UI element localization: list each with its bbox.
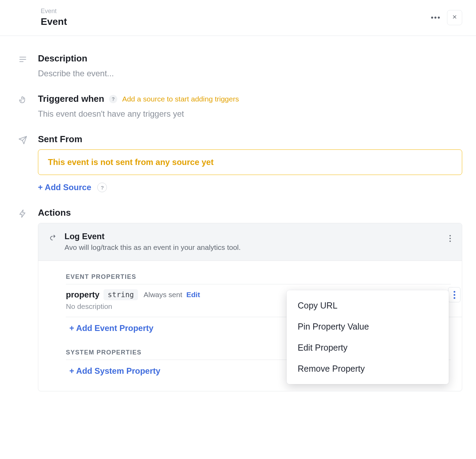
help-icon[interactable]: ? bbox=[97, 183, 107, 192]
property-type-badge: string bbox=[103, 289, 138, 300]
description-section: Description bbox=[17, 53, 462, 78]
add-source-button[interactable]: + Add Source bbox=[38, 183, 91, 192]
send-icon bbox=[17, 135, 28, 146]
menu-item-pin-property-value[interactable]: Pin Property Value bbox=[287, 316, 449, 337]
sent-from-heading: Sent From bbox=[38, 134, 462, 145]
action-description: Avo will log/track this as an event in y… bbox=[65, 243, 241, 252]
more-vertical-icon bbox=[454, 291, 455, 299]
help-icon[interactable]: ? bbox=[109, 95, 117, 103]
add-source-hint-link[interactable]: Add a source to start adding triggers bbox=[122, 95, 239, 103]
property-more-button[interactable] bbox=[448, 287, 460, 302]
add-event-property-button[interactable]: + Add Event Property bbox=[66, 317, 153, 340]
bolt-icon bbox=[17, 208, 28, 219]
event-properties-heading: EVENT PROPERTIES bbox=[66, 268, 451, 284]
link-out-icon bbox=[49, 234, 58, 243]
triggered-empty-message: This event doesn't have any triggers yet bbox=[38, 109, 462, 119]
sent-from-section: Sent From This event is not sent from an… bbox=[17, 134, 462, 192]
menu-item-edit-property[interactable]: Edit Property bbox=[287, 337, 449, 358]
tap-icon bbox=[17, 94, 28, 105]
header: Event Event ••• bbox=[0, 0, 476, 36]
description-input[interactable] bbox=[38, 69, 462, 78]
property-name[interactable]: property bbox=[66, 290, 99, 300]
close-icon bbox=[452, 14, 457, 21]
action-card-log-event: Log Event Avo will log/track this as an … bbox=[38, 223, 462, 391]
property-edit-button[interactable]: Edit bbox=[186, 291, 200, 299]
actions-section: Actions Log Event Avo will log/track thi… bbox=[17, 207, 462, 391]
add-system-property-button[interactable]: + Add System Property bbox=[66, 360, 160, 383]
action-more-button[interactable] bbox=[447, 233, 454, 244]
breadcrumb: Event bbox=[41, 8, 67, 15]
actions-heading: Actions bbox=[38, 207, 462, 218]
page-title: Event bbox=[41, 16, 67, 27]
action-title: Log Event bbox=[65, 232, 241, 241]
description-heading: Description bbox=[38, 53, 462, 64]
text-icon bbox=[17, 54, 28, 65]
header-more-button[interactable]: ••• bbox=[429, 11, 442, 24]
sent-from-empty-warning: This event is not sent from any source y… bbox=[38, 149, 462, 175]
triggered-section: Triggered when ? Add a source to start a… bbox=[17, 94, 462, 119]
triggered-heading: Triggered when bbox=[38, 94, 104, 104]
menu-item-remove-property[interactable]: Remove Property bbox=[287, 358, 449, 379]
menu-item-copy-url[interactable]: Copy URL bbox=[287, 295, 449, 316]
property-context-menu: Copy URL Pin Property Value Edit Propert… bbox=[287, 290, 449, 384]
property-presence: Always sent bbox=[143, 291, 182, 299]
close-button[interactable] bbox=[447, 10, 462, 25]
